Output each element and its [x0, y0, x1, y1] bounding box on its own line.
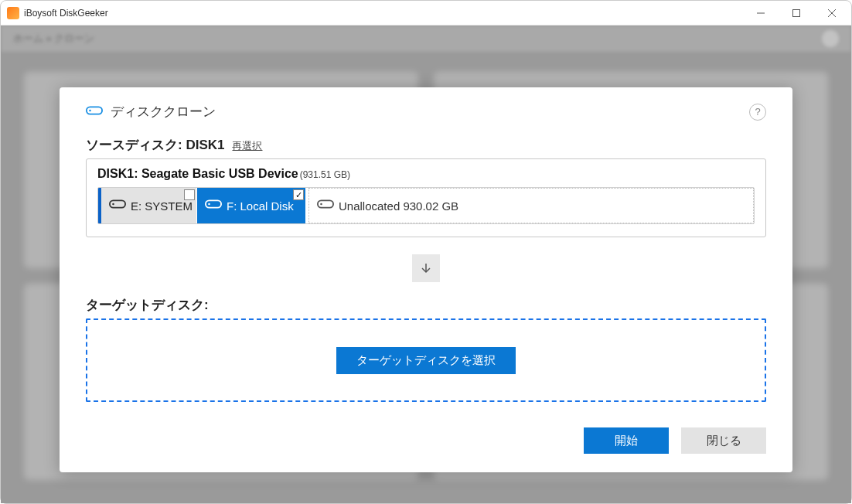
help-icon: ? — [755, 106, 760, 117]
close-button[interactable] — [814, 1, 850, 26]
minimize-button[interactable] — [743, 1, 779, 26]
source-disk-size: (931.51 GB) — [300, 169, 350, 180]
disk-icon — [205, 198, 222, 213]
source-disk-title: DISK1: Seagate Basic USB Device — [97, 167, 298, 181]
svg-rect-8 — [206, 200, 221, 207]
svg-point-9 — [208, 203, 210, 206]
svg-rect-4 — [87, 107, 102, 114]
partition-f-local-disk[interactable]: F: Local Disk — [197, 188, 305, 223]
disk-icon — [109, 198, 126, 213]
modal-title: ディスククローン — [111, 103, 216, 121]
breadcrumb: ホーム » クローン — [1, 26, 851, 52]
reselect-link[interactable]: 再選択 — [232, 139, 262, 153]
target-disk-box: ターゲットディスクを選択 — [86, 318, 766, 402]
svg-rect-1 — [793, 9, 800, 16]
svg-rect-6 — [110, 200, 125, 207]
partition-bar: E: SYSTEM F: Local Disk — [97, 187, 755, 224]
maximize-button[interactable] — [779, 1, 814, 26]
partition-checkbox[interactable] — [293, 189, 304, 200]
app-icon — [7, 7, 19, 19]
partition-label: F: Local Disk — [227, 199, 294, 213]
arrow-down-icon — [412, 254, 440, 282]
disk-clone-modal: ディスククローン ? ソースディスク: DISK1 再選択 DISK1: Sea… — [60, 87, 792, 472]
modal-header: ディスククローン ? — [86, 103, 766, 121]
select-target-button[interactable]: ターゲットディスクを選択 — [336, 347, 516, 374]
help-button[interactable]: ? — [749, 104, 766, 121]
disk-icon — [317, 198, 334, 213]
partition-checkbox[interactable] — [184, 189, 195, 200]
partition-label: E: SYSTEM — [131, 199, 193, 213]
target-disk-label: ターゲットディスク: — [86, 296, 766, 314]
source-disk-label: ソースディスク: DISK1 再選択 — [86, 136, 766, 154]
partition-label: Unallocated 930.02 GB — [339, 199, 458, 213]
partition-e-system[interactable]: E: SYSTEM — [98, 188, 197, 223]
backdrop: ホーム » クローン ディスククローン ? ソースディスク: DISK1 再選択 — [1, 26, 851, 503]
window-title: iBoysoft DiskGeeker — [24, 8, 108, 19]
app-window: iBoysoft DiskGeeker ホーム » クローン ディ — [0, 0, 852, 504]
svg-point-5 — [89, 109, 91, 111]
titlebar: iBoysoft DiskGeeker — [1, 1, 851, 26]
svg-rect-10 — [318, 200, 333, 207]
start-button[interactable]: 開始 — [584, 427, 669, 454]
partition-unallocated[interactable]: Unallocated 930.02 GB — [308, 188, 754, 223]
disk-icon — [86, 104, 103, 120]
svg-point-7 — [112, 203, 114, 206]
window-controls — [743, 1, 850, 26]
source-disk-box: DISK1: Seagate Basic USB Device (931.51 … — [86, 158, 766, 237]
svg-point-11 — [320, 203, 322, 206]
modal-footer: 開始 閉じる — [86, 406, 766, 454]
close-modal-button[interactable]: 閉じる — [681, 427, 766, 454]
